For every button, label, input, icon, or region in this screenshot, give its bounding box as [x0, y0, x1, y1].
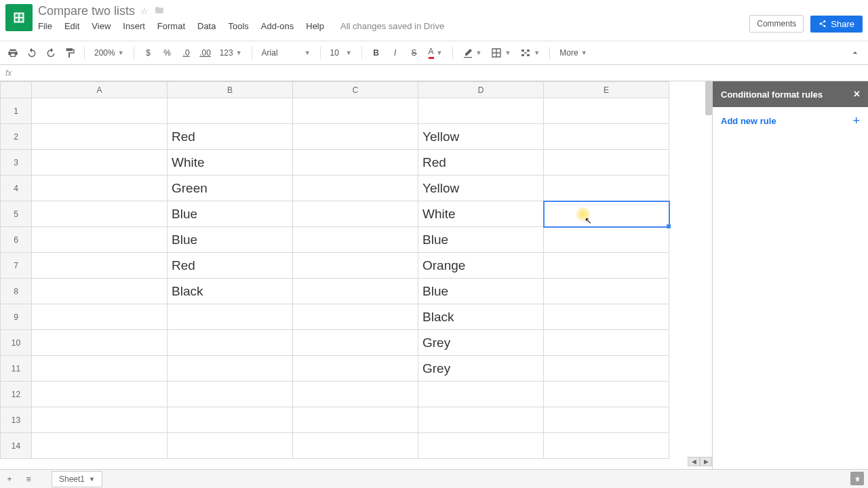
cell-E10[interactable]	[544, 330, 669, 356]
menu-insert[interactable]: Insert	[123, 21, 145, 31]
cell-B3[interactable]: White	[167, 150, 293, 176]
italic-button[interactable]: I	[388, 45, 403, 60]
cell-E6[interactable]	[544, 227, 669, 253]
collapse-toolbar-icon[interactable]	[848, 45, 863, 60]
cell-E7[interactable]	[544, 253, 669, 279]
row-header-6[interactable]: 6	[1, 227, 32, 253]
cell-B7[interactable]: Red	[167, 253, 293, 279]
cell-D10[interactable]: Grey	[418, 330, 544, 356]
increase-decimal[interactable]: .00	[198, 45, 213, 60]
cell-E8[interactable]	[544, 279, 669, 304]
cell-B11[interactable]	[167, 356, 293, 382]
cell-B10[interactable]	[167, 330, 293, 356]
menu-file[interactable]: File	[38, 21, 52, 31]
explore-button[interactable]	[850, 472, 864, 485]
cell-B9[interactable]	[167, 304, 293, 330]
cell-B5[interactable]: Blue	[167, 201, 293, 227]
paint-format-icon[interactable]	[62, 45, 77, 60]
cell-C7[interactable]	[293, 253, 418, 279]
cell-E13[interactable]	[544, 407, 669, 433]
folder-icon[interactable]	[154, 5, 165, 17]
cell-B14[interactable]	[167, 433, 293, 459]
cell-C10[interactable]	[293, 330, 418, 356]
cell-D2[interactable]: Yellow	[418, 124, 544, 150]
menu-tools[interactable]: Tools	[228, 21, 248, 31]
cell-E3[interactable]	[544, 150, 669, 176]
all-sheets-button[interactable]: ≡	[19, 474, 38, 484]
cell-D8[interactable]: Blue	[418, 279, 544, 304]
font-dropdown[interactable]: Arial▼	[259, 48, 313, 58]
col-header-A[interactable]: A	[32, 82, 167, 98]
cell-A14[interactable]	[32, 433, 167, 459]
cell-E2[interactable]	[544, 124, 669, 150]
document-title[interactable]: Compare two lists	[38, 4, 135, 18]
cell-B12[interactable]	[167, 382, 293, 407]
sheet-tab[interactable]: Sheet1 ▼	[52, 471, 102, 487]
cell-E5[interactable]	[544, 201, 669, 227]
cell-C14[interactable]	[293, 433, 418, 459]
zoom-dropdown[interactable]: 200%▼	[92, 48, 127, 58]
cell-B1[interactable]	[167, 98, 293, 124]
cell-A12[interactable]	[32, 382, 167, 407]
cell-D4[interactable]: Yellow	[418, 176, 544, 201]
borders-button[interactable]: ▼	[488, 47, 513, 58]
row-header-1[interactable]: 1	[1, 98, 32, 124]
cell-E1[interactable]	[544, 98, 669, 124]
row-header-9[interactable]: 9	[1, 304, 32, 330]
menu-edit[interactable]: Edit	[64, 21, 79, 31]
cell-C11[interactable]	[293, 356, 418, 382]
cell-C3[interactable]	[293, 150, 418, 176]
cell-C2[interactable]	[293, 124, 418, 150]
cell-E11[interactable]	[544, 356, 669, 382]
scroll-left-icon[interactable]: ◀	[688, 457, 700, 466]
cell-A10[interactable]	[32, 330, 167, 356]
cell-C13[interactable]	[293, 407, 418, 433]
cell-C12[interactable]	[293, 382, 418, 407]
cell-C9[interactable]	[293, 304, 418, 330]
fontsize-dropdown[interactable]: 10▼	[328, 48, 355, 58]
cell-E12[interactable]	[544, 382, 669, 407]
col-header-C[interactable]: C	[293, 82, 418, 98]
cell-C5[interactable]	[293, 201, 418, 227]
format-percent[interactable]: %	[160, 45, 175, 60]
row-header-8[interactable]: 8	[1, 279, 32, 304]
fill-color-button[interactable]: ▼	[460, 47, 485, 58]
comments-button[interactable]: Comments	[749, 15, 804, 33]
cell-A4[interactable]	[32, 176, 167, 201]
row-header-3[interactable]: 3	[1, 150, 32, 176]
cell-A8[interactable]	[32, 279, 167, 304]
cell-C8[interactable]	[293, 279, 418, 304]
cell-D14[interactable]	[418, 433, 544, 459]
menu-data[interactable]: Data	[197, 21, 216, 31]
cell-D5[interactable]: White	[418, 201, 544, 227]
spreadsheet-grid[interactable]: ABCDE12RedYellow3WhiteRed4GreenYellow5Bl…	[0, 81, 712, 469]
col-header-D[interactable]: D	[418, 82, 544, 98]
cell-A7[interactable]	[32, 253, 167, 279]
formula-bar[interactable]: fx	[0, 65, 868, 81]
number-format-dropdown[interactable]: 123▼	[217, 48, 245, 58]
cell-D12[interactable]	[418, 382, 544, 407]
cell-E14[interactable]	[544, 433, 669, 459]
cell-D6[interactable]: Blue	[418, 227, 544, 253]
cell-D13[interactable]	[418, 407, 544, 433]
bold-button[interactable]: B	[369, 45, 384, 60]
col-header-E[interactable]: E	[544, 82, 669, 98]
undo-icon[interactable]	[24, 45, 39, 60]
star-icon[interactable]: ☆	[140, 6, 149, 16]
cell-A6[interactable]	[32, 227, 167, 253]
cell-A1[interactable]	[32, 98, 167, 124]
menu-format[interactable]: Format	[157, 21, 185, 31]
redo-icon[interactable]	[43, 45, 58, 60]
cell-E9[interactable]	[544, 304, 669, 330]
cell-A5[interactable]	[32, 201, 167, 227]
row-header-4[interactable]: 4	[1, 176, 32, 201]
add-new-rule-button[interactable]: Add new rule +	[721, 114, 860, 128]
cell-B2[interactable]: Red	[167, 124, 293, 150]
row-header-12[interactable]: 12	[1, 382, 32, 407]
row-header-13[interactable]: 13	[1, 407, 32, 433]
merge-button[interactable]: ▼	[517, 47, 542, 58]
text-color-button[interactable]: A▼	[426, 47, 446, 59]
cell-A9[interactable]	[32, 304, 167, 330]
cell-A11[interactable]	[32, 356, 167, 382]
menu-help[interactable]: Help	[306, 21, 324, 31]
